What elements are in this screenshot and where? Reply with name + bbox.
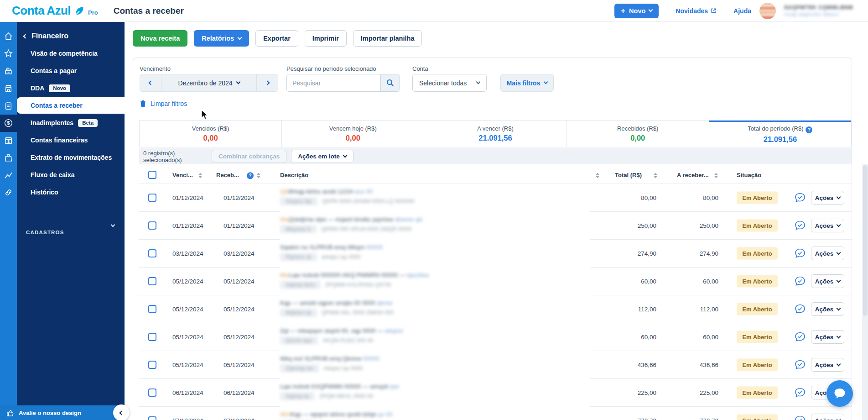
next-period-button[interactable] [257,74,278,91]
search-button[interactable] [380,74,400,91]
row-actions-button[interactable]: Ações [811,274,844,288]
chat-widget-button[interactable] [826,380,853,407]
row-checkbox[interactable] [148,416,156,420]
sidebar-item[interactable]: Histórico [17,184,125,200]
sidebar-item[interactable]: Contas a receber [17,97,125,114]
table-row: 05/12/2024 05/12/2024 MwLqw mzkvb 000000… [139,268,852,295]
message-check-icon[interactable] [794,387,806,399]
line-chart-icon[interactable] [4,170,13,180]
contaazul-logo[interactable]: Conta Azul Pro [12,4,98,18]
imprimir-button[interactable]: Imprimir [305,30,347,47]
message-check-icon[interactable] [794,192,806,204]
summary-card[interactable]: Vencem hoje (R$) 0,00 [281,121,424,147]
row-actions-button[interactable]: Ações [811,358,844,372]
col-total[interactable]: Total (R$) [615,172,642,178]
previous-period-button[interactable] [140,74,161,91]
message-check-icon[interactable] [794,359,806,371]
row-actions-button[interactable]: Ações [811,247,844,260]
row-actions-button[interactable]: Ações [811,414,844,420]
row-checkbox[interactable] [148,249,156,257]
row-areceber-value: 225,00 [700,389,718,396]
sort-icon[interactable] [596,172,599,178]
row-checkbox[interactable] [148,194,156,202]
sidebar-item-cadastros[interactable]: CADASTROS [17,224,125,241]
message-check-icon[interactable] [794,415,806,420]
row-checkbox[interactable] [148,388,156,397]
nova-receita-button[interactable]: Nova receita [133,30,187,47]
sidebar-item[interactable]: DDA Novo [17,80,125,96]
search-icon [386,79,395,87]
novidades-link[interactable]: Novidades [676,7,717,15]
select-all-checkbox[interactable] [148,171,156,179]
message-check-icon[interactable] [794,303,806,315]
chevron-down-icon [837,194,841,199]
summary-card[interactable]: Total do período (R$)? 21.091,56 [709,121,851,147]
sidebar-item[interactable]: Inadimplentes Beta [17,115,125,131]
sidebar-item-label: Extrato de movimentações [31,154,112,161]
summary-card[interactable]: Recebidos (R$) 0,00 [567,121,709,147]
scrollbar-thumb[interactable] [863,165,868,316]
row-actions-button[interactable]: Ações [811,330,844,344]
shopping-bag-icon[interactable] [4,153,13,163]
acoes-em-lote-button[interactable]: Ações em lote [291,150,353,163]
dollar-circle-icon[interactable]: $ [4,118,13,128]
sort-icon[interactable] [714,172,718,178]
importar-planilha-button[interactable]: Importar planilha [353,30,422,47]
message-check-icon[interactable] [794,247,806,259]
sort-icon[interactable] [654,172,657,178]
company-avatar[interactable] [759,3,776,19]
row-receb-date: 01/12/2024 [223,222,255,229]
period-selector[interactable]: Dezembro de 2024 [161,74,257,91]
col-vencimento[interactable]: Venci... [172,172,193,178]
cash-register-icon[interactable] [4,66,13,76]
message-check-icon[interactable] [794,275,806,287]
sidebar-item[interactable]: Contas a pagar [17,63,125,79]
col-areceber[interactable]: A receber... [677,172,709,178]
row-total-value: 274,90 [638,250,656,257]
top-header: Conta Azul Pro Contas a receber + Novo N… [0,0,868,22]
col-recebimento[interactable]: Receb... [216,172,239,178]
sort-icon[interactable] [257,172,260,178]
summary-card[interactable]: Vencidos (R$) 0,00 [140,121,281,147]
sidebar-item[interactable]: Extrato de movimentações [17,149,125,166]
calendar-money-icon[interactable]: $ [4,136,13,145]
sort-icon[interactable] [198,172,202,178]
clipboard-icon[interactable] [4,101,13,110]
ajuda-link[interactable]: Ajuda [733,7,751,15]
row-checkbox[interactable] [148,305,156,313]
sidebar-item[interactable]: Visão de competência [17,45,125,62]
star-icon[interactable] [4,49,13,58]
sidebar-section-header[interactable]: Financeiro [17,28,125,44]
limpar-filtros-link[interactable]: Limpar filtros [140,100,187,107]
design-feedback-banner[interactable]: Avalie o nosso design [0,405,125,420]
novo-button[interactable]: + Novo [614,4,659,18]
row-checkbox[interactable] [148,333,156,341]
col-descricao[interactable]: Descrição [280,172,308,178]
status-badge: Em Aberto [737,415,778,420]
relatorios-button[interactable]: Relatórios [194,30,249,47]
conta-select[interactable]: Selecionar todas [412,74,487,92]
help-icon[interactable]: ? [244,171,254,179]
exportar-button[interactable]: Exportar [255,30,298,47]
row-actions-button[interactable]: Ações [811,219,844,232]
message-check-icon[interactable] [794,331,806,343]
row-actions-button[interactable]: Ações [811,302,844,316]
row-actions-button[interactable]: Ações [811,191,844,205]
help-icon[interactable]: ? [806,126,812,133]
search-input[interactable] [287,74,380,91]
sidebar-item[interactable]: Fluxo de caixa [17,167,125,183]
combinar-cobrancas-button[interactable]: Combinar cobranças [212,150,286,163]
home-icon[interactable] [4,31,13,41]
store-icon[interactable] [4,84,13,93]
row-checkbox[interactable] [148,221,156,230]
company-name-block[interactable]: SGQPMTRK CQMWLBNM rsxqj wqpxvhs bkwcc [784,5,861,17]
summary-card[interactable]: A vencer (R$) 21.091,56 [424,121,566,147]
mais-filtros-button[interactable]: Mais filtros [500,74,554,92]
row-checkbox[interactable] [148,361,156,369]
limpar-filtros-label: Limpar filtros [151,100,187,107]
sidebar-collapse-button[interactable] [113,404,130,420]
row-checkbox[interactable] [148,277,156,285]
sidebar-item[interactable]: Contas financeiras [17,132,125,148]
link-icon[interactable] [4,188,13,197]
message-check-icon[interactable] [794,220,806,231]
